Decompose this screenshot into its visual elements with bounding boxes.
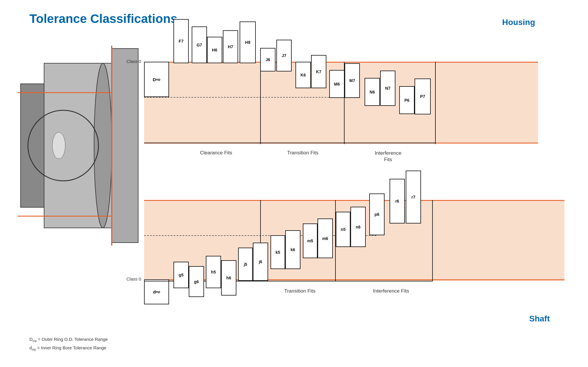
transition-fits-bottom-label: Transition Fits <box>268 288 332 294</box>
housing-label: Housing <box>502 18 535 27</box>
class0-bottom-label: Class 0 <box>126 276 141 281</box>
svg-rect-1 <box>21 84 44 207</box>
box-k6: k6 <box>285 230 300 269</box>
box-P6: P6 <box>399 86 415 114</box>
box-M7: M7 <box>345 63 360 98</box>
box-m6: m6 <box>318 218 333 258</box>
housing-diagram: Housing Class 0 Dmp F7 G7 H6 H7 H8 J6 J7… <box>144 16 538 190</box>
box-N7: N7 <box>380 71 395 106</box>
box-r7: r7 <box>406 171 421 223</box>
box-g6: g6 <box>189 266 204 297</box>
shaft-top-line <box>144 200 564 201</box>
box-n5: n5 <box>336 212 350 247</box>
box-H6: H6 <box>207 37 222 63</box>
box-K7: K7 <box>311 55 326 88</box>
box-j6: j6 <box>253 243 268 281</box>
svg-rect-0 <box>112 49 138 243</box>
box-H7: H7 <box>223 30 238 63</box>
box-H8: H8 <box>240 21 256 63</box>
box-h6: h6 <box>221 260 236 296</box>
box-J7: J7 <box>276 40 292 71</box>
box-N6: N6 <box>365 78 380 106</box>
bearing-diagram <box>18 46 141 246</box>
box-h5: h5 <box>206 256 221 288</box>
box-n6: n6 <box>350 207 366 247</box>
box-K6: K6 <box>295 62 311 88</box>
shaft-diagram: Class 0 Shaft dmp g5 g6 h5 h6 j5 j6 k5 k… <box>144 200 564 326</box>
shaft-vsep-right <box>432 200 433 281</box>
box-k5: k5 <box>270 235 285 269</box>
dmp-box: Dmp <box>144 62 169 97</box>
svg-point-3 <box>94 63 112 228</box>
vsep-clearance <box>260 62 261 144</box>
box-j5: j5 <box>238 248 253 281</box>
housing-dashed-line <box>144 97 341 98</box>
bottom-h-line <box>144 143 436 143</box>
box-J6: J6 <box>260 48 275 71</box>
vsep-right <box>435 62 436 144</box>
box-m5: m5 <box>303 223 318 258</box>
box-g5: g5 <box>173 262 189 288</box>
footer-notes: Dmp = Outer Ring O.D. Tolerance Range dm… <box>29 335 108 352</box>
dmp-small-box: dmp <box>144 279 169 304</box>
clearance-fits-label: Clearance Fits <box>179 150 253 156</box>
svg-point-5 <box>52 132 65 159</box>
interference-fits-bottom-label: Interference Fits <box>347 288 435 294</box>
shaft-label: Shaft <box>529 314 550 323</box>
interference-fits-top-label: InterferenceFits <box>350 150 426 163</box>
box-M6: M6 <box>329 70 345 98</box>
box-G7: G7 <box>192 26 207 63</box>
box-p6: p6 <box>369 193 385 235</box>
transition-fits-top-label: Transition Fits <box>266 150 340 156</box>
class0-top-label: Class 0 <box>126 59 141 64</box>
box-r6: r6 <box>390 179 405 223</box>
footnote-2: dmp = Inner Ring Bore Tolerance Range <box>29 344 108 352</box>
box-F7: F7 <box>173 19 189 63</box>
footnote-1: Dmp = Outer Ring O.D. Tolerance Range <box>29 335 108 344</box>
box-P7: P7 <box>415 79 431 114</box>
